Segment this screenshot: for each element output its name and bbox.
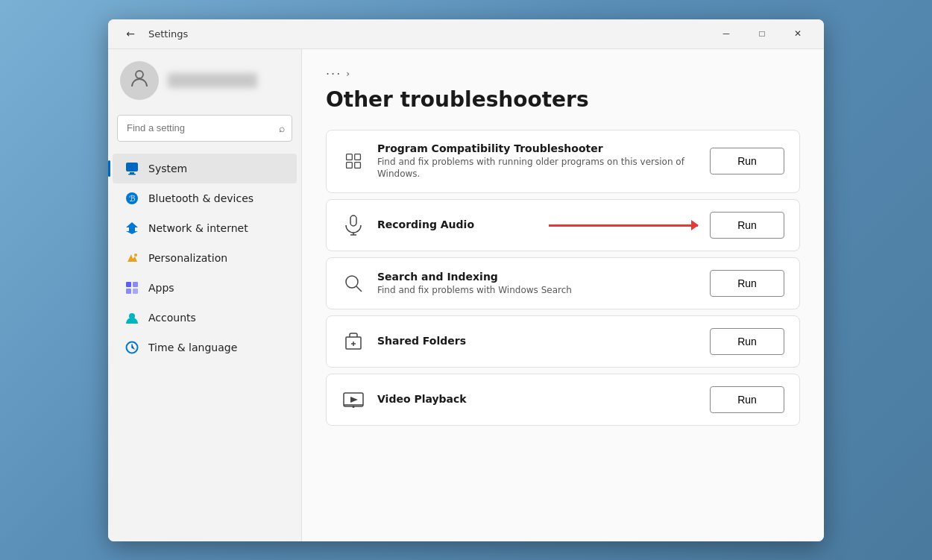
page-title: Other troubleshooters [326,87,800,112]
sidebar-label-personalization: Personalization [148,252,227,264]
sidebar-label-system: System [148,163,187,174]
svg-rect-10 [133,289,138,294]
content-area: ··· › Other troubleshooters Program Comp… [302,49,824,541]
avatar [120,61,159,100]
card-recording-audio-middle: Recording Audio [377,218,698,232]
run-video-playback-button[interactable]: Run [710,386,784,413]
profile-section [108,61,301,115]
svg-line-21 [356,286,362,292]
card-recording-audio-text: Recording Audio [377,218,537,232]
back-arrow-icon: ← [126,28,135,40]
card-program-compatibility-title: Program Compatibility Troubleshooter [377,142,698,154]
settings-window: ← Settings ─ □ ✕ [108,19,824,541]
main-content: ⌕ System ℬ [108,49,824,541]
program-compatibility-icon [341,152,365,170]
svg-rect-7 [126,282,131,287]
sidebar-item-personalization[interactable]: Personalization [113,243,297,273]
recording-audio-icon [341,215,365,236]
red-arrow-indicator [549,224,698,227]
titlebar-left: ← Settings [120,23,188,44]
run-search-indexing-button[interactable]: Run [710,270,784,297]
window-title: Settings [148,28,188,40]
sidebar-label-time: Time & language [148,342,237,353]
card-search-indexing-title: Search and Indexing [377,271,698,283]
network-icon [125,221,139,236]
maximize-button[interactable]: □ [745,22,779,45]
card-search-indexing-desc: Find and fix problems with Windows Searc… [377,284,698,297]
card-video-playback-text: Video Playback [377,393,698,406]
shared-folders-icon [341,331,365,352]
svg-rect-13 [347,154,353,160]
sidebar-item-network[interactable]: Network & internet [113,213,297,243]
card-video-playback: Video Playback Run [326,374,800,426]
svg-rect-9 [126,289,131,294]
user-icon [129,67,150,93]
svg-marker-28 [350,397,358,403]
close-button[interactable]: ✕ [781,22,815,45]
sidebar-item-apps[interactable]: Apps [113,273,297,303]
card-recording-audio: Recording Audio Run [326,199,800,251]
personalization-icon [125,251,139,265]
svg-rect-16 [355,163,361,169]
svg-text:ℬ: ℬ [129,194,136,203]
bluetooth-icon: ℬ [125,191,139,206]
back-button[interactable]: ← [120,23,141,44]
sidebar-item-bluetooth[interactable]: ℬ Bluetooth & devices [113,183,297,213]
apps-icon [125,280,139,295]
svg-rect-14 [355,154,361,160]
run-shared-folders-button[interactable]: Run [710,328,784,355]
breadcrumb-dots: ··· [326,67,341,81]
system-icon [125,161,139,176]
svg-point-6 [134,254,137,257]
sidebar-item-system[interactable]: System [113,154,297,183]
time-icon [125,340,139,355]
breadcrumb: ··· › [326,67,800,81]
sidebar-label-accounts: Accounts [148,312,196,324]
sidebar-label-apps: Apps [148,282,174,294]
search-input[interactable] [117,115,292,142]
red-arrow-line [549,224,698,227]
window-controls: ─ □ ✕ [709,22,815,45]
svg-point-0 [136,71,143,78]
card-shared-folders: Shared Folders Run [326,315,800,368]
svg-rect-2 [130,172,134,174]
svg-point-20 [346,276,358,288]
svg-rect-15 [347,163,353,169]
minimize-button[interactable]: ─ [709,22,743,45]
search-indexing-icon [341,274,365,293]
card-program-compatibility-text: Program Compatibility Troubleshooter Fin… [377,142,698,181]
card-recording-audio-title: Recording Audio [377,218,537,230]
search-icon: ⌕ [279,122,285,134]
run-recording-audio-button[interactable]: Run [710,212,784,239]
profile-name [168,73,257,88]
breadcrumb-chevron: › [346,69,350,79]
card-video-playback-title: Video Playback [377,393,698,405]
video-playback-icon [341,391,365,409]
svg-rect-1 [126,163,138,172]
sidebar-label-network: Network & internet [148,222,248,234]
svg-rect-3 [128,174,136,175]
card-search-indexing-text: Search and Indexing Find and fix problem… [377,271,698,297]
sidebar-item-accounts[interactable]: Accounts [113,303,297,333]
card-program-compatibility-desc: Find and fix problems with running older… [377,156,698,181]
accounts-icon [125,310,139,325]
run-program-compatibility-button[interactable]: Run [710,148,784,174]
card-shared-folders-title: Shared Folders [377,335,698,347]
sidebar-item-time[interactable]: Time & language [113,333,297,362]
titlebar: ← Settings ─ □ ✕ [108,19,824,49]
search-box: ⌕ [117,115,292,142]
card-search-indexing: Search and Indexing Find and fix problem… [326,257,800,309]
svg-rect-17 [350,215,356,226]
sidebar: ⌕ System ℬ [108,49,302,541]
card-shared-folders-text: Shared Folders [377,335,698,348]
svg-rect-8 [133,282,138,287]
sidebar-label-bluetooth: Bluetooth & devices [148,192,254,204]
card-program-compatibility: Program Compatibility Troubleshooter Fin… [326,130,800,194]
svg-point-27 [353,406,355,408]
